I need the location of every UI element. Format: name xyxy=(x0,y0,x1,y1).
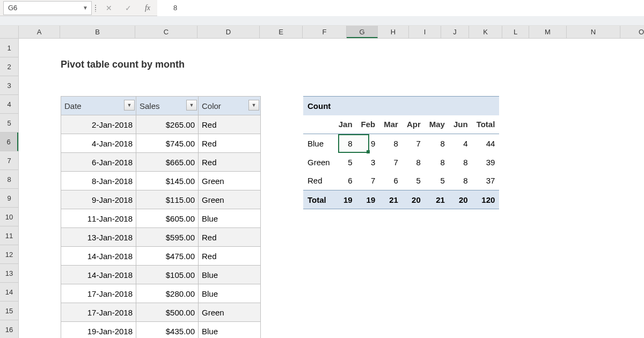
pivot-total-cell[interactable]: 20 xyxy=(449,190,472,209)
pivot-row-label[interactable]: Red xyxy=(303,172,334,190)
table-row[interactable]: 8-Jan-2018$145.00Green xyxy=(61,172,261,190)
pivot-cell[interactable]: 7 xyxy=(357,172,380,190)
table-row[interactable]: 14-Jan-2018$475.00Red xyxy=(61,247,261,266)
row-header-9[interactable]: 9 xyxy=(0,189,18,208)
column-header-J[interactable]: J xyxy=(441,26,469,38)
cell-date[interactable]: 13-Jan-2018 xyxy=(61,228,136,247)
pivot-total-cell[interactable]: 21 xyxy=(379,190,402,209)
cell-date[interactable]: 17-Jan-2018 xyxy=(61,303,136,322)
cell-date[interactable]: 11-Jan-2018 xyxy=(61,209,136,228)
column-header-A[interactable]: A xyxy=(19,26,60,38)
source-header-sales[interactable]: Sales ▼ xyxy=(136,97,199,115)
cell-sales[interactable]: $745.00 xyxy=(136,134,199,153)
cell-color[interactable]: Blue xyxy=(199,322,261,339)
source-header-color[interactable]: Color ▼ xyxy=(199,97,261,115)
cell-sales[interactable]: $605.00 xyxy=(136,209,199,228)
pivot-row-label[interactable]: Green xyxy=(303,153,334,172)
row-header-13[interactable]: 13 xyxy=(0,264,18,283)
pivot-col-header[interactable]: May xyxy=(425,115,449,134)
accept-formula-button[interactable]: ✓ xyxy=(119,0,138,16)
pivot-col-header[interactable]: Feb xyxy=(357,115,380,134)
cell-color[interactable]: Red xyxy=(199,228,261,247)
pivot-row-label[interactable]: Blue xyxy=(303,134,334,153)
cell-sales[interactable]: $435.00 xyxy=(136,322,199,339)
filter-button-color[interactable]: ▼ xyxy=(248,100,259,111)
pivot-cell[interactable]: 5 xyxy=(402,172,425,190)
pivot-col-header[interactable]: Apr xyxy=(402,115,425,134)
column-header-C[interactable]: C xyxy=(135,26,197,38)
pivot-cell[interactable]: 8 xyxy=(425,153,449,172)
row-header-10[interactable]: 10 xyxy=(0,208,18,226)
cell-date[interactable]: 8-Jan-2018 xyxy=(61,172,136,190)
pivot-row[interactable]: Red67655837 xyxy=(303,172,499,190)
pivot-total-cell[interactable]: 20 xyxy=(402,190,425,209)
row-header-8[interactable]: 8 xyxy=(0,170,18,189)
table-row[interactable]: 6-Jan-2018$665.00Red xyxy=(61,153,261,172)
table-row[interactable]: 9-Jan-2018$115.00Green xyxy=(61,190,261,209)
cell-color[interactable]: Green xyxy=(199,303,261,322)
cell-color[interactable]: Red xyxy=(199,247,261,266)
table-row[interactable]: 13-Jan-2018$595.00Red xyxy=(61,228,261,247)
column-header-M[interactable]: M xyxy=(529,26,567,38)
cell-color[interactable]: Red xyxy=(199,153,261,172)
cell-color[interactable]: Red xyxy=(199,134,261,153)
row-header-16[interactable]: 16 xyxy=(0,320,18,338)
table-row[interactable]: 2-Jan-2018$265.00Red xyxy=(61,115,261,134)
pivot-total-cell[interactable]: 120 xyxy=(472,190,500,209)
pivot-cell[interactable]: 6 xyxy=(379,172,402,190)
cell-color[interactable]: Blue xyxy=(199,209,261,228)
table-row[interactable]: 11-Jan-2018$605.00Blue xyxy=(61,209,261,228)
pivot-col-header[interactable]: Jun xyxy=(449,115,472,134)
pivot-cell[interactable]: 3 xyxy=(357,153,380,172)
cell-color[interactable]: Green xyxy=(199,190,261,209)
name-box[interactable]: G6 ▼ xyxy=(3,1,92,15)
column-header-L[interactable]: L xyxy=(502,26,529,38)
cancel-formula-button[interactable]: ✕ xyxy=(99,0,119,16)
pivot-total-cell[interactable]: 19 xyxy=(334,190,357,209)
table-row[interactable]: 14-Jan-2018$105.00Blue xyxy=(61,266,261,284)
row-header-12[interactable]: 12 xyxy=(0,245,18,264)
pivot-cell[interactable]: 4 xyxy=(449,134,472,153)
cell-date[interactable]: 17-Jan-2018 xyxy=(61,284,136,303)
cell-sales[interactable]: $475.00 xyxy=(136,247,199,266)
row-header-6[interactable]: 6 xyxy=(0,133,18,151)
column-header-H[interactable]: H xyxy=(378,26,409,38)
cell-sales[interactable]: $500.00 xyxy=(136,303,199,322)
cell-color[interactable]: Red xyxy=(199,115,261,134)
cell-date[interactable]: 14-Jan-2018 xyxy=(61,247,136,266)
cell-sales[interactable]: $145.00 xyxy=(136,172,199,190)
pivot-cell[interactable]: 8 xyxy=(449,153,472,172)
column-header-E[interactable]: E xyxy=(260,26,303,38)
row-header-5[interactable]: 5 xyxy=(0,114,18,133)
cell-sales[interactable]: $665.00 xyxy=(136,153,199,172)
pivot-cell[interactable]: 8 xyxy=(449,172,472,190)
pivot-cell[interactable]: 37 xyxy=(472,172,500,190)
row-header-14[interactable]: 14 xyxy=(0,283,18,302)
pivot-cell[interactable]: 8 xyxy=(425,134,449,153)
source-header-date[interactable]: Date ▼ xyxy=(61,97,136,115)
cell-color[interactable]: Green xyxy=(199,172,261,190)
pivot-col-header[interactable]: Total xyxy=(472,115,500,134)
cell-sales[interactable]: $280.00 xyxy=(136,284,199,303)
cell-date[interactable]: 14-Jan-2018 xyxy=(61,266,136,284)
table-row[interactable]: 4-Jan-2018$745.00Red xyxy=(61,134,261,153)
pivot-cell[interactable]: 39 xyxy=(472,153,500,172)
cell-sales[interactable]: $115.00 xyxy=(136,190,199,209)
pivot-table[interactable]: Count JanFebMarAprMayJunTotal Blue898784… xyxy=(303,96,499,209)
source-table[interactable]: Date ▼ Sales ▼ Color ▼ xyxy=(61,96,261,338)
cell-sales[interactable]: $105.00 xyxy=(136,266,199,284)
table-row[interactable]: 17-Jan-2018$500.00Green xyxy=(61,303,261,322)
pivot-cell[interactable]: 7 xyxy=(379,153,402,172)
pivot-col-header[interactable]: Jan xyxy=(334,115,357,134)
filter-button-date[interactable]: ▼ xyxy=(124,100,135,111)
pivot-cell[interactable]: 5 xyxy=(425,172,449,190)
pivot-total-cell[interactable]: 21 xyxy=(425,190,449,209)
row-header-3[interactable]: 3 xyxy=(0,76,18,95)
row-header-15[interactable]: 15 xyxy=(0,302,18,320)
column-header-F[interactable]: F xyxy=(303,26,347,38)
cell-date[interactable]: 19-Jan-2018 xyxy=(61,322,136,339)
formula-input[interactable]: 8 xyxy=(157,0,644,16)
pivot-row[interactable]: Green53788839 xyxy=(303,153,499,172)
column-header-B[interactable]: B xyxy=(60,26,135,38)
table-row[interactable]: 17-Jan-2018$280.00Blue xyxy=(61,284,261,303)
